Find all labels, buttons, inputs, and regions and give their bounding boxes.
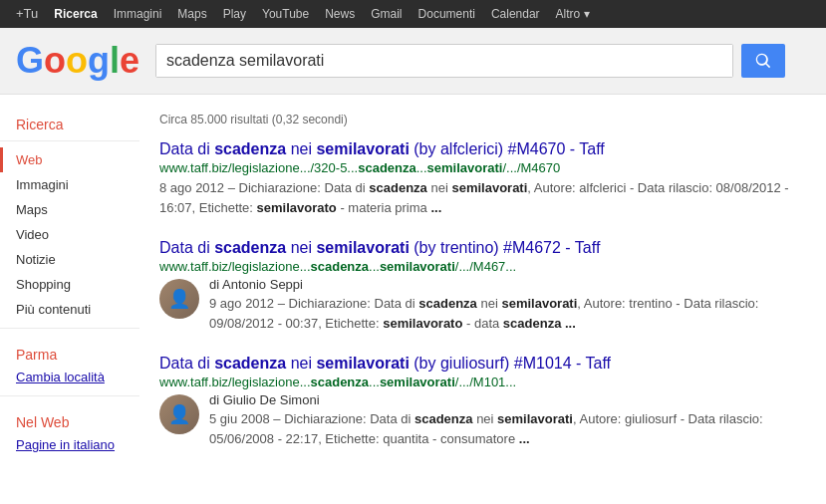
sidebar-geo-section: Parma Cambia località bbox=[0, 341, 139, 389]
top-nav-calendar[interactable]: Calendar bbox=[483, 0, 548, 28]
sidebar-web-title: Nel Web bbox=[0, 408, 139, 432]
top-nav: +Tu Ricerca Immagini Maps Play YouTube N… bbox=[0, 0, 826, 28]
results-stats: Circa 85.000 risultati (0,32 secondi) bbox=[159, 105, 806, 126]
result-snippet-3: 5 giu 2008 – Dichiarazione: Data di scad… bbox=[209, 409, 806, 448]
pagine-italiano-link[interactable]: Pagine in italiano bbox=[16, 437, 115, 452]
results-area: Circa 85.000 risultati (0,32 secondi) Da… bbox=[139, 95, 826, 480]
top-nav-play[interactable]: Play bbox=[215, 0, 254, 28]
result-url-1: www.taff.biz/legislazione.../320-5...sca… bbox=[159, 160, 806, 175]
result-title-3[interactable]: Data di scadenza nei semilavorati (by gi… bbox=[159, 355, 806, 373]
result-text-2: di Antonio Seppi 9 ago 2012 – Dichiarazi… bbox=[209, 277, 806, 333]
sidebar-title: Ricerca bbox=[0, 111, 139, 134]
top-nav-news[interactable]: News bbox=[317, 0, 363, 28]
sidebar-web-link-item[interactable]: Pagine in italiano bbox=[0, 432, 139, 457]
result-item: Data di scadenza nei semilavorati (by gi… bbox=[159, 355, 806, 448]
main-container: Ricerca Web Immagini Maps Video Notizie … bbox=[0, 95, 826, 480]
search-button[interactable] bbox=[741, 44, 785, 78]
sidebar-item-piu-contenuti[interactable]: Più contenuti bbox=[0, 297, 139, 322]
search-bar: Google bbox=[0, 28, 826, 95]
result-meta-row-2: 👤 di Antonio Seppi 9 ago 2012 – Dichiara… bbox=[159, 277, 806, 333]
result-item: Data di scadenza nei semilavorati (by al… bbox=[159, 140, 806, 217]
result-snippet-2: 9 ago 2012 – Dichiarazione: Data di scad… bbox=[209, 294, 806, 333]
result-avatar-2: 👤 bbox=[159, 279, 199, 319]
top-nav-ricerca[interactable]: Ricerca bbox=[46, 0, 105, 28]
top-nav-maps[interactable]: Maps bbox=[169, 0, 214, 28]
result-title-1[interactable]: Data di scadenza nei semilavorati (by al… bbox=[159, 140, 806, 158]
sidebar-item-shopping[interactable]: Shopping bbox=[0, 272, 139, 297]
cambia-localita-link[interactable]: Cambia località bbox=[16, 370, 105, 384]
result-author-2: di Antonio Seppi bbox=[209, 277, 806, 292]
sidebar-web-section: Nel Web Pagine in italiano bbox=[0, 408, 139, 457]
result-avatar-img-3: 👤 bbox=[159, 394, 199, 434]
result-meta-row-3: 👤 di Giulio De Simoni 5 giu 2008 – Dichi… bbox=[159, 392, 806, 448]
sidebar-divider-top bbox=[0, 140, 139, 141]
result-url-2: www.taff.biz/legislazione...scadenza...s… bbox=[159, 259, 806, 274]
google-logo: Google bbox=[16, 40, 139, 82]
sidebar-item-maps[interactable]: Maps bbox=[0, 197, 139, 222]
sidebar-cambia-localita[interactable]: Cambia località bbox=[0, 365, 139, 389]
search-icon bbox=[754, 52, 772, 70]
top-nav-immagini[interactable]: Immagini bbox=[106, 0, 170, 28]
sidebar-item-immagini[interactable]: Immagini bbox=[0, 172, 139, 197]
sidebar-divider-bot bbox=[0, 395, 139, 396]
top-nav-documenti[interactable]: Documenti bbox=[411, 0, 483, 28]
search-input-wrap bbox=[155, 44, 733, 78]
top-nav-altro[interactable]: Altro ▾ bbox=[548, 0, 598, 28]
sidebar-item-notizie[interactable]: Notizie bbox=[0, 247, 139, 272]
sidebar-divider-mid bbox=[0, 328, 139, 329]
sidebar-geo-title: Parma bbox=[0, 341, 139, 365]
result-avatar-3: 👤 bbox=[159, 394, 199, 434]
result-item: Data di scadenza nei semilavorati (by tr… bbox=[159, 239, 806, 333]
result-text-3: di Giulio De Simoni 5 giu 2008 – Dichiar… bbox=[209, 392, 806, 448]
result-snippet-1: 8 ago 2012 – Dichiarazione: Data di scad… bbox=[159, 178, 806, 217]
top-nav-youtube[interactable]: YouTube bbox=[254, 0, 317, 28]
result-avatar-img-2: 👤 bbox=[159, 279, 199, 319]
top-nav-plus[interactable]: +Tu bbox=[8, 0, 46, 28]
sidebar: Ricerca Web Immagini Maps Video Notizie … bbox=[0, 95, 139, 480]
sidebar-item-video[interactable]: Video bbox=[0, 222, 139, 247]
search-input[interactable] bbox=[156, 45, 732, 77]
result-title-2[interactable]: Data di scadenza nei semilavorati (by tr… bbox=[159, 239, 806, 257]
result-url-3: www.taff.biz/legislazione...scadenza...s… bbox=[159, 375, 806, 389]
sidebar-item-web[interactable]: Web bbox=[0, 147, 139, 172]
result-author-3: di Giulio De Simoni bbox=[209, 392, 806, 407]
top-nav-gmail[interactable]: Gmail bbox=[363, 0, 410, 28]
